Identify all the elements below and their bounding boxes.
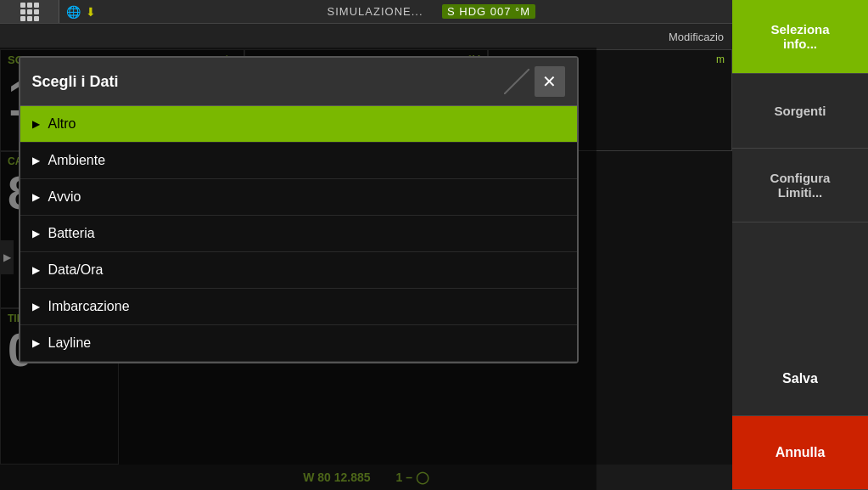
- modal-title: Scegli i Dati: [32, 73, 119, 91]
- modal-list-item[interactable]: ▶Avvio: [20, 179, 577, 216]
- item-arrow: ▶: [32, 264, 40, 276]
- download-icon: ⬇: [86, 5, 96, 19]
- modal-overlay: Scegli i Dati ✕ ▶Altro▶Ambiente▶Avvio▶Ba…: [0, 48, 596, 490]
- item-arrow: ▶: [32, 191, 40, 203]
- item-label: Altro: [48, 116, 76, 132]
- header-decoration: [504, 69, 529, 94]
- item-label: Ambiente: [48, 153, 106, 168]
- globe-area: 🌐 ⬇: [59, 5, 103, 19]
- modif-text: Modificazio: [669, 31, 724, 43]
- modal-list-item[interactable]: ▶Imbarcazione: [20, 289, 577, 325]
- item-label: Data/Ora: [48, 262, 104, 278]
- item-arrow: ▶: [32, 118, 40, 130]
- item-arrow: ▶: [32, 228, 40, 239]
- modif-bar: Modificazio: [0, 24, 732, 49]
- apps-button[interactable]: [0, 0, 59, 23]
- config-limits-label: ConfiguraLimiti...: [770, 171, 831, 200]
- grid-icon: [20, 3, 39, 21]
- modal-list-item[interactable]: ▶Layline: [20, 325, 577, 362]
- item-label: Imbarcazione: [48, 299, 130, 314]
- right-sidebar: Selezionainfo... Sorgenti ConfiguraLimit…: [732, 0, 868, 490]
- item-arrow: ▶: [32, 301, 40, 313]
- simulation-text: SIMULAZIONE...: [328, 5, 423, 18]
- cancel-label: Annulla: [776, 445, 826, 460]
- item-label: Avvio: [48, 189, 81, 205]
- svg-line-0: [504, 69, 529, 94]
- modal-list-item[interactable]: ▶Ambiente: [20, 143, 577, 179]
- save-label: Salva: [782, 371, 818, 386]
- sources-label: Sorgenti: [775, 104, 826, 118]
- modal-list-item[interactable]: ▶Batteria: [20, 216, 577, 252]
- hdg-badge: S HDG 007 °M: [442, 4, 535, 19]
- main-area: Modificazio SOG kn 1 COG °M PROF m CARB …: [0, 24, 732, 490]
- select-info-label: Selezionainfo...: [770, 22, 829, 51]
- cancel-button[interactable]: Annulla: [732, 416, 868, 490]
- item-label: Batteria: [48, 226, 95, 241]
- config-limits-button[interactable]: ConfiguraLimiti...: [732, 149, 868, 222]
- globe-icon: 🌐: [66, 5, 81, 19]
- save-button[interactable]: Salva: [732, 341, 868, 415]
- modal-header: Scegli i Dati ✕: [20, 58, 577, 106]
- sources-button[interactable]: Sorgenti: [732, 74, 868, 148]
- item-arrow: ▶: [32, 155, 40, 166]
- modal-list-item[interactable]: ▶Data/Ora: [20, 252, 577, 289]
- item-label: Layline: [48, 335, 92, 351]
- prof-unit: m: [716, 54, 725, 65]
- modal-dialog: Scegli i Dati ✕ ▶Altro▶Ambiente▶Avvio▶Ba…: [19, 56, 579, 363]
- modal-close-button[interactable]: ✕: [535, 66, 565, 97]
- simulation-label: SIMULAZIONE... S HDG 007 °M: [103, 4, 764, 19]
- modal-list-item[interactable]: ▶Altro: [20, 106, 577, 143]
- item-arrow: ▶: [32, 337, 40, 349]
- modal-list: ▶Altro▶Ambiente▶Avvio▶Batteria▶Data/Ora▶…: [20, 106, 577, 362]
- select-info-button[interactable]: Selezionainfo...: [732, 0, 868, 74]
